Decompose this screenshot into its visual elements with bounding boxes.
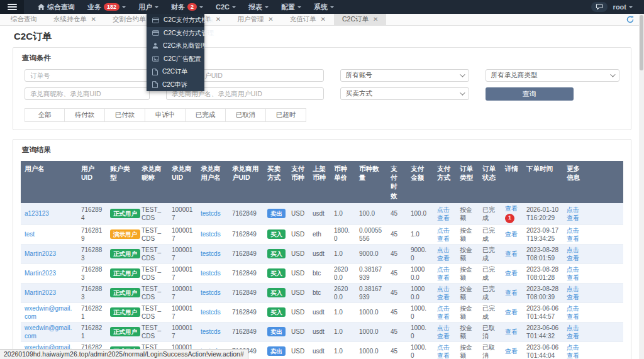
pay_method-link[interactable]: 点击查看 <box>437 324 450 340</box>
menu-item-c2c-orders[interactable]: C2C订单 <box>147 65 204 79</box>
acceptor-input[interactable] <box>25 87 150 100</box>
filter-button-2[interactable]: 已付款 <box>105 108 145 122</box>
search-button[interactable]: 查询 <box>486 87 574 101</box>
detail-link[interactable]: 查看 <box>505 328 518 335</box>
tab-c2c-orders[interactable]: C2C订单✕ <box>334 14 386 25</box>
nav-item-label: 财务 <box>171 3 185 12</box>
acceptor_username-link[interactable]: testcds <box>201 289 221 296</box>
side-select[interactable]: 买卖方式 <box>340 87 469 100</box>
cell-filler <box>588 302 623 322</box>
menu-item-c2c-ad-config[interactable]: C2C广告配置 <box>147 53 204 66</box>
more-link[interactable]: 点击查看 <box>567 285 579 301</box>
pay_method-link[interactable]: 点击查看 <box>437 266 450 281</box>
nav-item-system[interactable]: 系统 <box>308 0 340 14</box>
account-type-badge: 正式用户 <box>110 327 140 336</box>
pay_method-link[interactable]: 点击查看 <box>437 285 450 301</box>
user-menu[interactable]: root <box>613 3 633 11</box>
more-link[interactable]: 点击查看 <box>567 206 579 221</box>
refresh-icon[interactable] <box>626 14 634 25</box>
filter-button-3[interactable]: 申诉中 <box>145 108 186 122</box>
acceptor_username-link[interactable]: testcds <box>201 250 221 257</box>
menu-item-c2c-pay-template[interactable]: C2C支付方式模板 <box>147 14 204 27</box>
scrollbar-thumb[interactable] <box>640 15 643 70</box>
filter-button-5[interactable]: 已取消 <box>226 108 266 122</box>
tab-deposit-orders[interactable]: 充值订单✕ <box>282 14 334 25</box>
username-link[interactable]: wxedwin@gmail.com <box>25 324 72 340</box>
more-link[interactable]: 点击查看 <box>567 246 579 262</box>
detail-link[interactable]: 查看 <box>505 309 518 316</box>
close-icon[interactable]: ✕ <box>268 16 273 23</box>
menu-item-c2c-appeal[interactable]: C2C申诉 <box>147 79 204 92</box>
more-link[interactable]: 点击查看 <box>567 227 579 242</box>
detail-link[interactable]: 查看 <box>505 231 518 238</box>
detail-link[interactable]: 查看 <box>505 289 518 296</box>
column-header-pay_amount: 支付金额 <box>407 161 433 203</box>
pay_method-link[interactable]: 点击查看 <box>437 206 450 221</box>
username-link[interactable]: test <box>25 231 35 238</box>
username-link[interactable]: Martin2023 <box>25 289 56 296</box>
nav-item-users[interactable]: 用户 <box>132 0 165 14</box>
tab-overview[interactable]: 综合查询 <box>3 14 45 25</box>
filter-button-4[interactable]: 已完成 <box>186 108 226 122</box>
detail-link[interactable]: 查看 <box>505 270 518 277</box>
more-link[interactable]: 点击查看 <box>567 324 579 340</box>
acceptor_username-link[interactable]: testcds <box>201 231 221 238</box>
cell-pay_coin: USD <box>287 341 309 359</box>
tab-user-management[interactable]: 用户管理✕ <box>229 14 281 25</box>
acceptor_username-link[interactable]: testcds <box>201 270 221 277</box>
menu-item-c2c-acceptor[interactable]: C2C承兑商管理 <box>147 40 204 53</box>
column-header-order_type: 订单类型 <box>456 161 479 203</box>
acceptor-type-select[interactable]: 所有承兑商类型 <box>486 69 619 82</box>
nav-item-overview[interactable]: 综合查询 <box>31 0 81 14</box>
pay_method-link[interactable]: 点击查看 <box>437 246 450 262</box>
main-menu: 综合查询业务182用户财务2C2C报表配置系统 <box>31 0 340 14</box>
acceptor_username-link[interactable]: testcds <box>201 328 221 335</box>
cell-uid: 7162883 <box>77 283 106 302</box>
nav-item-finance[interactable]: 财务2 <box>165 0 209 14</box>
cell-account_type: 正式用户 <box>106 263 138 283</box>
more-link[interactable]: 点击查看 <box>567 305 579 320</box>
detail-link[interactable]: 查看 <box>505 250 518 257</box>
username-link[interactable]: a123123 <box>25 210 49 217</box>
cell-acceptor_username: testcds <box>197 203 228 225</box>
filter-button-0[interactable]: 全部 <box>25 108 65 122</box>
side-badge: 卖出 <box>267 209 286 218</box>
filter-button-1[interactable]: 待付款 <box>65 108 105 122</box>
filter-button-6[interactable]: 已超时 <box>266 108 306 122</box>
detail-link[interactable]: 查看 <box>505 348 518 355</box>
navbar-right: root <box>591 2 644 12</box>
nav-item-label: 系统 <box>314 3 328 12</box>
pay_method-link[interactable]: 点击查看 <box>437 344 450 359</box>
nav-item-business[interactable]: 业务182 <box>81 0 132 14</box>
nav-item-c2c[interactable]: C2C <box>209 0 242 14</box>
username-link[interactable]: Martin2023 <box>25 250 56 257</box>
username-link[interactable]: wxedwin@gmail.com <box>25 305 72 320</box>
nav-item-config[interactable]: 配置 <box>275 0 308 14</box>
nav-item-reports[interactable]: 报表 <box>242 0 275 14</box>
query-panel-title: 查询条件 <box>22 53 623 63</box>
cell-pay_timeout: 45 <box>387 322 407 341</box>
table-row: Martin20237162883正式用户TEST_CDS1000017test… <box>21 244 623 263</box>
acceptor_username-link[interactable]: testcds <box>201 210 221 217</box>
close-icon[interactable]: ✕ <box>91 16 96 23</box>
more-link[interactable]: 点击查看 <box>567 344 579 359</box>
hamburger-menu-icon[interactable] <box>0 0 24 14</box>
column-header-unit_price: 币种单价 <box>330 161 355 203</box>
pay_method-link[interactable]: 点击查看 <box>437 305 450 320</box>
tab-perpetual[interactable]: 永续持仓单✕ <box>45 14 104 25</box>
cell-username: Martin2023 <box>21 263 77 283</box>
menu-item-c2c-pay-manage[interactable]: C2C支付方式管理 <box>147 27 204 40</box>
ad-icon <box>152 56 159 62</box>
pay_method-link[interactable]: 点击查看 <box>437 227 450 242</box>
order-no-input[interactable] <box>25 69 150 82</box>
username-link[interactable]: Martin2023 <box>25 270 56 277</box>
detail-link[interactable]: 查看 <box>505 205 518 212</box>
page-scrollbar[interactable] <box>639 14 644 359</box>
account-select[interactable]: 所有账号 <box>340 69 469 82</box>
close-icon[interactable]: ✕ <box>216 16 221 23</box>
more-link[interactable]: 点击查看 <box>567 266 579 281</box>
close-icon[interactable]: ✕ <box>373 16 378 23</box>
close-icon[interactable]: ✕ <box>321 16 326 23</box>
chat-icon[interactable] <box>591 2 608 12</box>
acceptor_username-link[interactable]: testcds <box>201 309 221 316</box>
